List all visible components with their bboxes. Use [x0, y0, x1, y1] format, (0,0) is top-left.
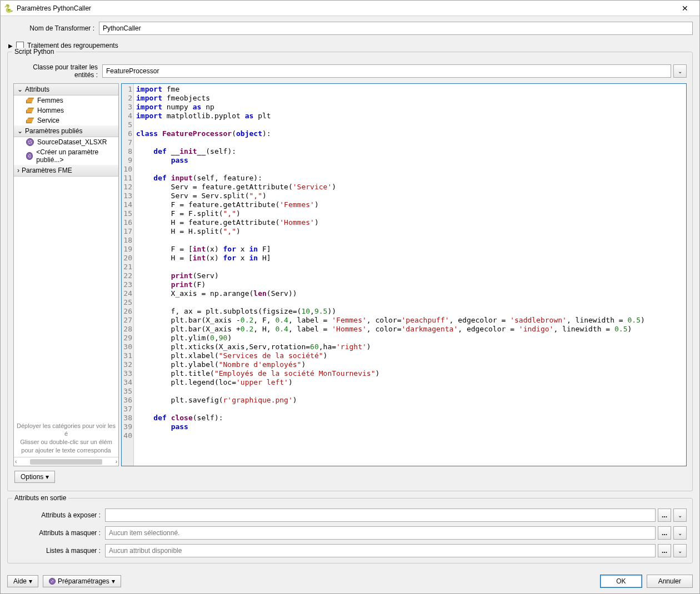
hide-attrs-label: Attributs à masquer :: [13, 529, 105, 537]
sidebar-attr-service[interactable]: Service: [14, 115, 118, 125]
hide-attrs-ellipsis-button[interactable]: ...: [658, 526, 671, 540]
expose-label: Attributs à exposer :: [13, 511, 105, 519]
sidebar-param-source[interactable]: SourceDataset_XLSXR: [14, 137, 118, 147]
attribute-icon: [26, 108, 34, 113]
expose-ellipsis-button[interactable]: ...: [658, 509, 671, 522]
cancel-button[interactable]: Annuler: [647, 575, 693, 588]
hide-lists-ellipsis-button[interactable]: ...: [658, 544, 671, 557]
scroll-right-icon: ›: [116, 459, 117, 465]
script-group-title: Script Python: [12, 48, 56, 56]
class-input[interactable]: [102, 64, 671, 78]
transformer-name-input[interactable]: [99, 22, 693, 35]
sidebar: ⌄ Attributs Femmes Hommes Service: [13, 83, 119, 466]
caret-down-icon: ▾: [46, 473, 49, 481]
output-group-title: Attributs en sortie: [12, 494, 68, 502]
presets-button[interactable]: Préparamétrages ▾: [43, 575, 121, 587]
grouping-row[interactable]: ▶ Traitement des regroupements: [8, 42, 693, 49]
class-dropdown-button[interactable]: ⌄: [673, 64, 687, 78]
sidebar-attr-femmes[interactable]: Femmes: [14, 95, 118, 105]
sidebar-header-params[interactable]: ⌄ Paramètres publiés: [14, 125, 118, 137]
sidebar-hint: Déployer les catégories pour voir les é …: [14, 419, 118, 457]
dialog-window: 🐍 Paramètres PythonCaller ✕ Nom de Trans…: [0, 0, 700, 594]
close-button[interactable]: ✕: [674, 4, 696, 13]
chevron-down-icon: ⌄: [17, 127, 23, 135]
line-gutter: 1 2 3 4 5 6 7 8 9 10 11 12 13 14 15 16 1…: [122, 84, 134, 466]
hide-lists-label: Listes à masquer :: [13, 547, 105, 555]
scroll-thumb[interactable]: [30, 459, 102, 465]
gear-icon: [49, 578, 56, 585]
options-button[interactable]: Options ▾: [14, 471, 55, 483]
hide-lists-dropdown-button[interactable]: ⌄: [673, 544, 687, 557]
window-title: Paramètres PythonCaller: [17, 4, 91, 12]
hide-lists-input[interactable]: [105, 544, 656, 557]
parameter-icon: [26, 138, 34, 146]
sidebar-param-create[interactable]: <Créer un paramètre publié...>: [14, 147, 118, 165]
scroll-left-icon: ‹: [15, 459, 17, 465]
caret-down-icon: ▾: [29, 577, 32, 585]
script-groupbox: Script Python Classe pour traiter les en…: [7, 52, 693, 491]
parameter-icon: [26, 152, 33, 160]
chevron-right-icon: ›: [17, 167, 19, 174]
titlebar: 🐍 Paramètres PythonCaller ✕: [1, 1, 699, 16]
hide-attrs-input[interactable]: [105, 526, 656, 540]
chevron-down-icon: ⌄: [17, 85, 23, 93]
ok-button[interactable]: OK: [600, 575, 642, 588]
chevron-down-icon: ⌄: [678, 530, 682, 536]
dialog-footer: Aide ▾ Préparamétrages ▾ OK Annuler: [1, 569, 699, 593]
expose-dropdown-button[interactable]: ⌄: [673, 509, 687, 522]
attribute-icon: [26, 118, 34, 123]
class-label: Classe pour traiter les entités :: [13, 63, 102, 79]
sidebar-attr-hommes[interactable]: Hommes: [14, 105, 118, 115]
help-button[interactable]: Aide ▾: [7, 575, 38, 587]
expose-input[interactable]: [105, 509, 656, 522]
sidebar-header-attributs[interactable]: ⌄ Attributs: [14, 84, 118, 95]
attribute-icon: [26, 98, 34, 103]
class-row: Classe pour traiter les entités : ⌄: [13, 63, 687, 79]
chevron-down-icon: ⌄: [678, 512, 682, 519]
output-groupbox: Attributs en sortie Attributs à exposer …: [7, 498, 693, 563]
code-content[interactable]: import fme import fmeobjects import nump…: [134, 84, 686, 466]
editor-area: ⌄ Attributs Femmes Hommes Service: [13, 83, 687, 466]
ellipsis-icon: ...: [662, 529, 667, 537]
ellipsis-icon: ...: [662, 547, 667, 555]
chevron-down-icon: ⌄: [678, 548, 682, 554]
sidebar-scrollbar[interactable]: ‹ ›: [14, 457, 118, 466]
sidebar-header-fme-params[interactable]: › Paramètres FME: [14, 165, 118, 177]
transformer-name-label: Nom de Transformer :: [7, 24, 99, 32]
code-editor[interactable]: 1 2 3 4 5 6 7 8 9 10 11 12 13 14 15 16 1…: [121, 83, 687, 466]
caret-down-icon: ▾: [112, 577, 115, 585]
chevron-down-icon: ⌄: [678, 68, 682, 74]
app-icon: 🐍: [4, 4, 13, 13]
transformer-name-row: Nom de Transformer :: [7, 22, 693, 35]
ellipsis-icon: ...: [662, 511, 667, 519]
hide-attrs-dropdown-button[interactable]: ⌄: [673, 526, 687, 540]
